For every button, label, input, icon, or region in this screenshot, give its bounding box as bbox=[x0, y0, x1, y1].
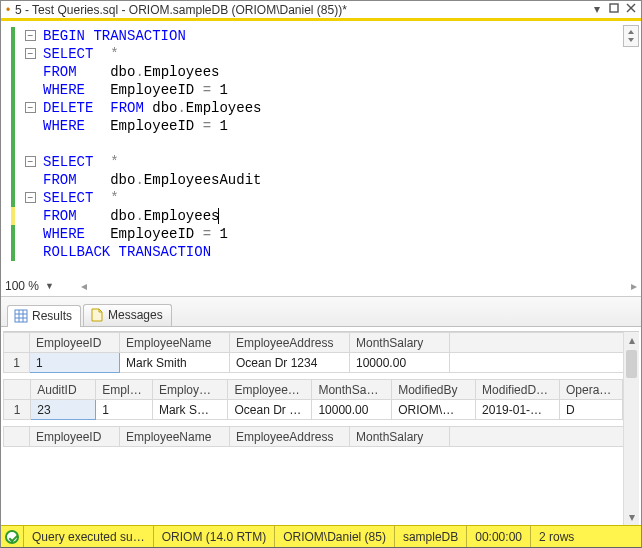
column-header[interactable]: EmployeeID bbox=[30, 427, 120, 447]
row-header bbox=[4, 427, 30, 447]
title-bar: • 5 - Test Queries.sql - ORIOM.sampleDB … bbox=[1, 1, 641, 21]
status-db: sampleDB bbox=[394, 526, 466, 547]
table-row[interactable]: 11Mark SmithOcean Dr 123410000.00 bbox=[4, 353, 624, 373]
column-header[interactable]: Empl… bbox=[96, 380, 153, 400]
cell[interactable]: Ocean Dr … bbox=[228, 400, 312, 420]
vertical-scrollbar[interactable]: ▴ ▾ bbox=[623, 332, 639, 525]
column-header bbox=[450, 333, 624, 353]
column-header[interactable]: Employ… bbox=[152, 380, 228, 400]
cell[interactable]: 23 bbox=[31, 400, 96, 420]
column-header bbox=[450, 427, 624, 447]
maximize-button[interactable] bbox=[606, 3, 622, 17]
tab-results[interactable]: Results bbox=[7, 305, 81, 327]
cell[interactable]: 1 bbox=[30, 353, 120, 373]
scroll-right-icon: ▸ bbox=[631, 279, 637, 293]
grid-icon bbox=[14, 309, 28, 323]
column-header[interactable]: MonthSalary bbox=[350, 333, 450, 353]
cell[interactable]: 2019-01-… bbox=[476, 400, 560, 420]
success-icon bbox=[5, 530, 19, 544]
scroll-left-icon: ◂ bbox=[81, 279, 87, 293]
cell[interactable]: 10000.00 bbox=[350, 353, 450, 373]
sql-editor-pane: − − − − − BEGIN TRANSACTION SELECT * FRO… bbox=[1, 21, 641, 297]
column-header[interactable]: AuditID bbox=[31, 380, 96, 400]
svg-rect-3 bbox=[15, 310, 27, 322]
tab-label: Results bbox=[32, 309, 72, 323]
column-header[interactable]: Employee… bbox=[228, 380, 312, 400]
row-header bbox=[4, 333, 30, 353]
results-area: EmployeeIDEmployeeNameEmployeeAddressMon… bbox=[3, 331, 639, 525]
result-grid[interactable]: AuditIDEmpl…Employ…Employee…MonthSa…Modi… bbox=[3, 379, 623, 420]
scroll-down-icon: ▾ bbox=[624, 509, 639, 525]
row-number[interactable]: 1 bbox=[4, 353, 30, 373]
scroll-split-toggle[interactable] bbox=[623, 25, 639, 47]
status-exec: Query executed su… bbox=[23, 526, 153, 547]
column-header[interactable]: ModifiedBy bbox=[392, 380, 476, 400]
horizontal-scrollbar[interactable]: ◂ ▸ bbox=[81, 278, 637, 294]
scroll-thumb[interactable] bbox=[626, 350, 637, 378]
tab-label: Messages bbox=[108, 308, 163, 322]
result-grid[interactable]: EmployeeIDEmployeeNameEmployeeAddressMon… bbox=[3, 332, 623, 373]
chevron-down-icon: ▼ bbox=[45, 281, 54, 291]
cell[interactable]: D bbox=[559, 400, 622, 420]
column-header[interactable]: EmployeeName bbox=[120, 333, 230, 353]
sql-editor[interactable]: BEGIN TRANSACTION SELECT * FROM dbo.Empl… bbox=[1, 21, 641, 296]
results-tab-bar: Results Messages bbox=[1, 297, 641, 327]
window-title: 5 - Test Queries.sql - ORIOM.sampleDB (O… bbox=[13, 3, 588, 17]
column-header[interactable]: Opera… bbox=[559, 380, 622, 400]
cell[interactable]: Mark Smith bbox=[120, 353, 230, 373]
column-header[interactable]: MonthSalary bbox=[350, 427, 450, 447]
column-header[interactable]: EmployeeName bbox=[120, 427, 230, 447]
page-icon bbox=[90, 308, 104, 322]
row-number[interactable]: 1 bbox=[4, 400, 31, 420]
status-bar: Query executed su… ORIOM (14.0 RTM) ORIO… bbox=[1, 525, 641, 547]
status-time: 00:00:00 bbox=[466, 526, 530, 547]
cell[interactable]: Ocean Dr 1234 bbox=[230, 353, 350, 373]
cell[interactable]: 10000.00 bbox=[312, 400, 392, 420]
cell[interactable] bbox=[450, 353, 624, 373]
dropdown-button[interactable]: ▾ bbox=[589, 3, 605, 17]
cell[interactable]: 1 bbox=[96, 400, 153, 420]
scroll-up-icon: ▴ bbox=[624, 332, 639, 348]
status-user: ORIOM\Daniel (85) bbox=[274, 526, 394, 547]
zoom-control[interactable]: 100 % ▼ bbox=[5, 277, 54, 295]
svg-rect-0 bbox=[610, 4, 618, 12]
column-header[interactable]: MonthSa… bbox=[312, 380, 392, 400]
close-button[interactable] bbox=[623, 3, 639, 17]
modified-indicator: • bbox=[3, 3, 13, 17]
zoom-value: 100 % bbox=[5, 279, 39, 293]
results-grids[interactable]: EmployeeIDEmployeeNameEmployeeAddressMon… bbox=[3, 332, 623, 525]
status-server: ORIOM (14.0 RTM) bbox=[153, 526, 274, 547]
row-header bbox=[4, 380, 31, 400]
column-header[interactable]: EmployeeAddress bbox=[230, 427, 350, 447]
cell[interactable]: Mark S… bbox=[152, 400, 228, 420]
status-rows: 2 rows bbox=[530, 526, 582, 547]
column-header[interactable]: ModifiedD… bbox=[476, 380, 560, 400]
column-header[interactable]: EmployeeID bbox=[30, 333, 120, 353]
tab-messages[interactable]: Messages bbox=[83, 304, 172, 326]
column-header[interactable]: EmployeeAddress bbox=[230, 333, 350, 353]
result-grid[interactable]: EmployeeIDEmployeeNameEmployeeAddressMon… bbox=[3, 426, 623, 447]
table-row[interactable]: 1231Mark S…Ocean Dr …10000.00ORIOM\…2019… bbox=[4, 400, 623, 420]
cell[interactable]: ORIOM\… bbox=[392, 400, 476, 420]
